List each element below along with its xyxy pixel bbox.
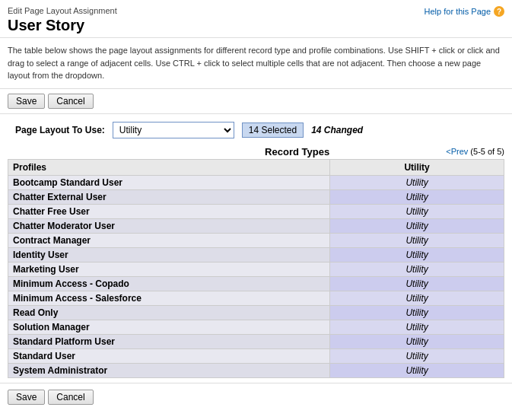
prev-link[interactable]: <Prev (446, 147, 468, 156)
utility-cell[interactable]: Utility (330, 233, 504, 247)
utility-cell[interactable]: Utility (330, 175, 504, 189)
profile-cell: Minimum Access - Copado (8, 276, 330, 291)
profiles-header: Profiles (8, 159, 330, 175)
edit-label: Edit Page Layout Assignment (8, 6, 117, 15)
utility-cell[interactable]: Utility (330, 247, 504, 262)
profile-cell: Chatter Moderator User (8, 218, 330, 233)
top-cancel-button[interactable]: Cancel (48, 94, 93, 109)
layout-label: Page Layout To Use: (15, 125, 105, 135)
table-row[interactable]: Chatter External UserUtility (8, 189, 504, 204)
selected-badge: 14 Selected (242, 123, 304, 138)
table-row[interactable]: Marketing UserUtility (8, 262, 504, 276)
utility-cell[interactable]: Utility (330, 363, 504, 377)
profile-cell: Solution Manager (8, 320, 330, 334)
layout-select[interactable]: Utility Standard Custom (113, 122, 234, 138)
profile-cell: System Administrator (8, 363, 330, 377)
bottom-cancel-button[interactable]: Cancel (48, 390, 93, 405)
utility-cell[interactable]: Utility (330, 276, 504, 291)
header: Edit Page Layout Assignment User Story H… (0, 0, 512, 38)
table-row[interactable]: Chatter Free UserUtility (8, 204, 504, 218)
pagination: <Prev (5-5 of 5) (446, 147, 504, 156)
pagination-count: (5-5 of 5) (470, 147, 504, 156)
table-header-row: Record Types <Prev (5-5 of 5) (8, 146, 504, 158)
utility-cell[interactable]: Utility (330, 334, 504, 348)
table-row[interactable]: Minimum Access - SalesforceUtility (8, 291, 504, 305)
profile-cell: Bootcamp Standard User (8, 175, 330, 189)
table-row[interactable]: Chatter Moderator UserUtility (8, 218, 504, 233)
utility-cell[interactable]: Utility (330, 204, 504, 218)
profile-cell: Read Only (8, 305, 330, 320)
help-link[interactable]: Help for this Page ? (425, 6, 504, 17)
table-row[interactable]: Standard UserUtility (8, 348, 504, 363)
profile-cell: Chatter Free User (8, 204, 330, 218)
table-container: Record Types <Prev (5-5 of 5) Profiles U… (0, 146, 512, 378)
table-row[interactable]: Identity UserUtility (8, 247, 504, 262)
utility-cell[interactable]: Utility (330, 218, 504, 233)
profile-cell: Standard User (8, 348, 330, 363)
top-toolbar: Save Cancel (0, 89, 512, 114)
profile-cell: Chatter External User (8, 189, 330, 204)
record-types-label: Record Types (148, 146, 446, 158)
utility-cell[interactable]: Utility (330, 320, 504, 334)
changed-text: 14 Changed (311, 125, 363, 135)
changed-badge: 14 Changed (311, 125, 363, 135)
utility-cell[interactable]: Utility (330, 348, 504, 363)
table-row[interactable]: Solution ManagerUtility (8, 320, 504, 334)
top-save-button[interactable]: Save (8, 94, 45, 109)
page-title: User Story (8, 17, 117, 34)
bottom-save-button[interactable]: Save (8, 390, 45, 405)
table-row[interactable]: Bootcamp Standard UserUtility (8, 175, 504, 189)
page-wrapper: Edit Page Layout Assignment User Story H… (0, 0, 512, 420)
utility-cell[interactable]: Utility (330, 189, 504, 204)
help-icon: ? (494, 6, 504, 17)
layout-selector-row: Page Layout To Use: Utility Standard Cus… (0, 114, 512, 146)
table-body: Bootcamp Standard UserUtilityChatter Ext… (8, 175, 504, 377)
utility-cell[interactable]: Utility (330, 291, 504, 305)
table-header: Profiles Utility (8, 159, 504, 175)
description-text: The table below shows the page layout as… (0, 38, 512, 89)
table-row[interactable]: Minimum Access - CopadoUtility (8, 276, 504, 291)
table-row[interactable]: Standard Platform UserUtility (8, 334, 504, 348)
utility-header: Utility (330, 159, 504, 175)
bottom-toolbar: Save Cancel (0, 383, 512, 411)
data-table: Profiles Utility Bootcamp Standard UserU… (8, 159, 504, 378)
utility-cell[interactable]: Utility (330, 262, 504, 276)
utility-cell[interactable]: Utility (330, 305, 504, 320)
table-row[interactable]: Read OnlyUtility (8, 305, 504, 320)
table-row[interactable]: Contract ManagerUtility (8, 233, 504, 247)
profile-cell: Marketing User (8, 262, 330, 276)
profile-cell: Standard Platform User (8, 334, 330, 348)
table-row[interactable]: System AdministratorUtility (8, 363, 504, 377)
profile-cell: Identity User (8, 247, 330, 262)
profile-cell: Minimum Access - Salesforce (8, 291, 330, 305)
help-link-text: Help for this Page (425, 7, 491, 16)
profile-cell: Contract Manager (8, 233, 330, 247)
